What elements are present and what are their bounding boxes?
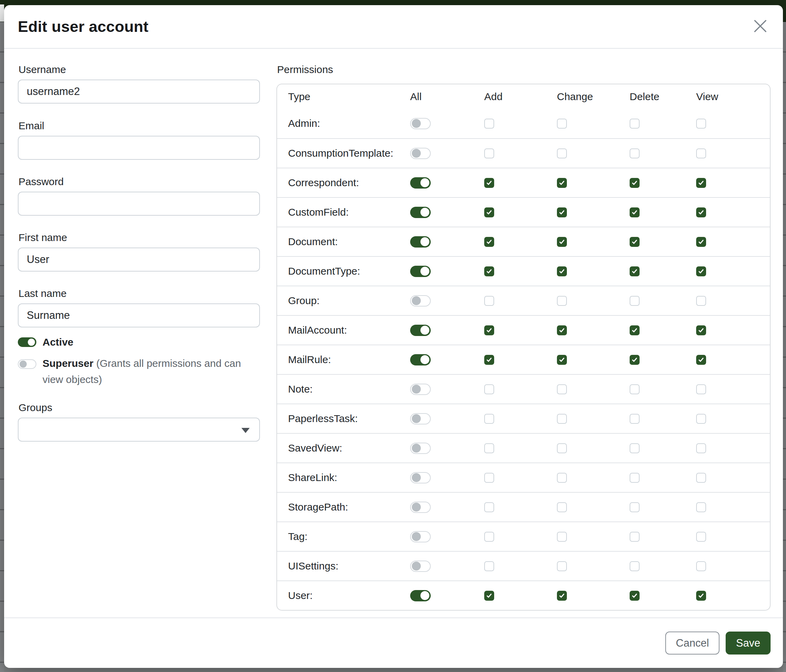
- permission-checkbox-add-mailaccount[interactable]: [484, 325, 494, 335]
- permission-all-toggle-tag[interactable]: [410, 531, 431, 542]
- permission-checkbox-view-admin[interactable]: [696, 119, 706, 129]
- permission-all-toggle-correspondent[interactable]: [410, 177, 431, 188]
- permission-all-toggle-documenttype[interactable]: [410, 266, 431, 277]
- permission-checkbox-add-storagepath[interactable]: [484, 502, 494, 512]
- permission-checkbox-change-sharelink[interactable]: [557, 473, 567, 483]
- permission-type-label: Tag:: [277, 531, 399, 542]
- permission-checkbox-add-consumptiontemplate[interactable]: [484, 148, 494, 159]
- permission-checkbox-delete-savedview[interactable]: [630, 443, 640, 453]
- permission-checkbox-delete-paperlesstask[interactable]: [630, 414, 640, 424]
- permission-checkbox-view-note[interactable]: [696, 384, 706, 394]
- permission-checkbox-add-admin[interactable]: [484, 119, 494, 129]
- permission-checkbox-delete-consumptiontemplate[interactable]: [630, 148, 640, 159]
- active-toggle[interactable]: [18, 338, 36, 347]
- permission-checkbox-add-uisettings[interactable]: [484, 561, 494, 571]
- permission-checkbox-delete-uisettings[interactable]: [630, 561, 640, 571]
- permission-all-toggle-document[interactable]: [410, 236, 431, 248]
- permission-all-toggle-mailrule[interactable]: [410, 354, 431, 366]
- superuser-toggle[interactable]: [18, 359, 36, 369]
- permission-checkbox-add-mailrule[interactable]: [484, 355, 494, 365]
- permission-checkbox-view-sharelink[interactable]: [696, 473, 706, 483]
- permission-checkbox-view-savedview[interactable]: [696, 443, 706, 453]
- permission-checkbox-view-user[interactable]: [696, 591, 706, 601]
- permission-checkbox-delete-user[interactable]: [630, 591, 640, 601]
- permission-checkbox-change-document[interactable]: [557, 237, 567, 247]
- permission-checkbox-delete-documenttype[interactable]: [630, 266, 640, 276]
- permission-checkbox-delete-correspondent[interactable]: [630, 178, 640, 188]
- permission-checkbox-change-mailrule[interactable]: [557, 355, 567, 365]
- permission-checkbox-add-savedview[interactable]: [484, 443, 494, 453]
- cancel-button[interactable]: Cancel: [665, 631, 720, 655]
- permission-checkbox-add-user[interactable]: [484, 591, 494, 601]
- permission-all-toggle-mailaccount[interactable]: [410, 325, 431, 336]
- permission-all-toggle-customfield[interactable]: [410, 207, 431, 218]
- first-name-input[interactable]: [18, 248, 260, 272]
- permission-checkbox-change-tag[interactable]: [557, 532, 567, 542]
- permission-checkbox-delete-sharelink[interactable]: [630, 473, 640, 483]
- permission-checkbox-change-note[interactable]: [557, 384, 567, 394]
- permission-checkbox-view-consumptiontemplate[interactable]: [696, 148, 706, 159]
- permission-checkbox-change-customfield[interactable]: [557, 207, 567, 217]
- permission-checkbox-change-uisettings[interactable]: [557, 561, 567, 571]
- permission-checkbox-add-documenttype[interactable]: [484, 266, 494, 276]
- permission-checkbox-add-tag[interactable]: [484, 532, 494, 542]
- permission-checkbox-add-group[interactable]: [484, 296, 494, 306]
- permission-checkbox-change-consumptiontemplate[interactable]: [557, 148, 567, 159]
- permission-checkbox-change-group[interactable]: [557, 296, 567, 306]
- checkmark-icon: [486, 327, 492, 334]
- permission-checkbox-view-uisettings[interactable]: [696, 561, 706, 571]
- permission-checkbox-delete-customfield[interactable]: [630, 207, 640, 217]
- permission-checkbox-change-correspondent[interactable]: [557, 178, 567, 188]
- permission-checkbox-view-tag[interactable]: [696, 532, 706, 542]
- password-input[interactable]: [18, 192, 260, 216]
- permission-checkbox-delete-admin[interactable]: [630, 119, 640, 129]
- permission-checkbox-view-storagepath[interactable]: [696, 502, 706, 512]
- permission-checkbox-add-sharelink[interactable]: [484, 473, 494, 483]
- permission-checkbox-delete-document[interactable]: [630, 237, 640, 247]
- permission-checkbox-view-correspondent[interactable]: [696, 178, 706, 188]
- edit-user-modal: Edit user account Username Email Passw: [4, 5, 783, 668]
- permission-checkbox-view-mailaccount[interactable]: [696, 325, 706, 335]
- permission-checkbox-view-mailrule[interactable]: [696, 355, 706, 365]
- permission-all-toggle-savedview[interactable]: [410, 443, 431, 454]
- permission-checkbox-add-note[interactable]: [484, 384, 494, 394]
- permission-checkbox-delete-tag[interactable]: [630, 532, 640, 542]
- close-button[interactable]: [750, 16, 770, 37]
- groups-select[interactable]: [18, 418, 260, 441]
- permission-type-label: ShareLink:: [277, 472, 399, 484]
- permission-checkbox-change-storagepath[interactable]: [557, 502, 567, 512]
- permission-checkbox-change-documenttype[interactable]: [557, 266, 567, 276]
- permission-all-toggle-consumptiontemplate[interactable]: [410, 148, 431, 159]
- permission-checkbox-view-paperlesstask[interactable]: [696, 414, 706, 424]
- permission-checkbox-change-savedview[interactable]: [557, 443, 567, 453]
- permission-all-toggle-group[interactable]: [410, 295, 431, 306]
- permission-checkbox-view-document[interactable]: [696, 237, 706, 247]
- permission-checkbox-delete-group[interactable]: [630, 296, 640, 306]
- permission-checkbox-change-mailaccount[interactable]: [557, 325, 567, 335]
- permission-checkbox-change-user[interactable]: [557, 591, 567, 601]
- permission-all-toggle-uisettings[interactable]: [410, 561, 431, 572]
- permission-checkbox-change-admin[interactable]: [557, 119, 567, 129]
- permission-all-toggle-sharelink[interactable]: [410, 472, 431, 484]
- permission-checkbox-view-customfield[interactable]: [696, 207, 706, 217]
- permission-checkbox-delete-note[interactable]: [630, 384, 640, 394]
- permission-checkbox-add-correspondent[interactable]: [484, 178, 494, 188]
- permission-checkbox-add-paperlesstask[interactable]: [484, 414, 494, 424]
- permission-checkbox-add-customfield[interactable]: [484, 207, 494, 217]
- username-input[interactable]: [18, 80, 260, 104]
- last-name-input[interactable]: [18, 303, 260, 327]
- permission-checkbox-change-paperlesstask[interactable]: [557, 414, 567, 424]
- save-button[interactable]: Save: [726, 631, 770, 655]
- permission-checkbox-delete-mailrule[interactable]: [630, 355, 640, 365]
- permission-checkbox-delete-mailaccount[interactable]: [630, 325, 640, 335]
- permission-all-toggle-paperlesstask[interactable]: [410, 413, 431, 424]
- email-input[interactable]: [18, 136, 260, 160]
- permission-checkbox-view-documenttype[interactable]: [696, 266, 706, 276]
- permission-checkbox-view-group[interactable]: [696, 296, 706, 306]
- permission-checkbox-delete-storagepath[interactable]: [630, 502, 640, 512]
- permission-all-toggle-user[interactable]: [410, 590, 431, 601]
- permission-checkbox-add-document[interactable]: [484, 237, 494, 247]
- permission-all-toggle-note[interactable]: [410, 384, 431, 395]
- permission-all-toggle-storagepath[interactable]: [410, 502, 431, 513]
- permission-all-toggle-admin[interactable]: [410, 118, 431, 129]
